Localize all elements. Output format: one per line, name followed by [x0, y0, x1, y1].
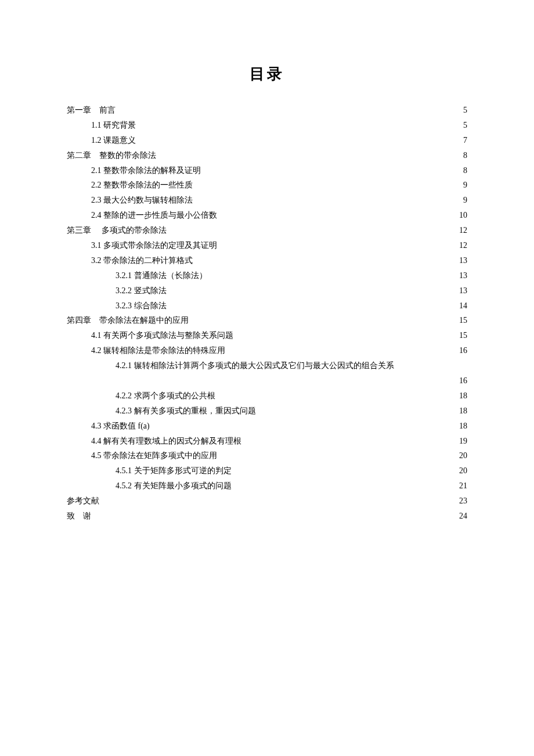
toc-entry-page: 7 — [457, 133, 467, 148]
toc-entry-page: 20 — [457, 463, 467, 478]
toc-entry-label: 4.2.3 解有关多项式的重根，重因式问题 — [116, 404, 256, 419]
toc-entry-page: 13 — [457, 283, 467, 298]
toc-entry-label: 4.2 辗转相除法是带余除法的特殊应用 — [91, 343, 225, 358]
toc-entry-page: 19 — [457, 434, 467, 449]
toc-entry: 第三章 多项式的带余除法12 — [67, 223, 467, 238]
toc-entry-page: 13 — [457, 268, 467, 283]
toc-entry: 4.3 求函数值 f(a)18 — [67, 419, 467, 434]
toc-entry: 1.1 研究背景5 — [67, 118, 467, 133]
toc-entry-label: 3.2 带余除法的二种计算格式 — [91, 253, 193, 268]
toc-entry-page: 13 — [457, 253, 467, 268]
toc-entry: 3.2.1 普通除法（长除法）13 — [67, 268, 467, 283]
toc-entry-page: 9 — [457, 178, 467, 193]
toc-entry-page: 9 — [457, 193, 467, 208]
toc-entry-page: 12 — [457, 223, 467, 238]
toc-entry-page: 8 — [457, 148, 467, 163]
toc-entry-label: 3.1 多项式带余除法的定理及其证明 — [91, 238, 217, 253]
toc-entry-label: 第三章 多项式的带余除法 — [67, 223, 167, 238]
toc-entry: 4.2.1 辗转相除法计算两个多项式的最大公因式及它们与最大公因式的组合关系 — [67, 358, 467, 373]
toc-entry-label: 1.1 研究背景 — [91, 118, 136, 133]
toc-entry: 4.2 辗转相除法是带余除法的特殊应用16 — [67, 343, 467, 358]
toc-entry-page: 16 — [457, 373, 467, 388]
toc-entry: 16 — [67, 373, 467, 388]
toc-entry: 第一章 前言5 — [67, 103, 467, 118]
toc-entry-label: 第四章 带余除法在解题中的应用 — [67, 313, 189, 328]
toc-entry-label: 第一章 前言 — [67, 103, 116, 118]
toc-entry: 4.5.1 关于矩阵多形式可逆的判定20 — [67, 463, 467, 478]
toc-entry-page: 24 — [457, 509, 467, 524]
toc-entry: 1.2 课题意义7 — [67, 133, 467, 148]
toc-entry: 2.3 最大公约数与辗转相除法9 — [67, 193, 467, 208]
toc-entry-label: 4.4 解有关有理数域上的因式分解及有理根 — [91, 434, 241, 449]
toc-entry-page: 14 — [457, 298, 467, 314]
toc-entry-page: 15 — [457, 313, 467, 328]
toc-entry-page: 16 — [457, 343, 467, 358]
toc-entry-label: 2.1 整数带余除法的解释及证明 — [91, 163, 201, 178]
toc-entry: 3.2 带余除法的二种计算格式13 — [67, 253, 467, 268]
toc-entry-label: 4.2.2 求两个多项式的公共根 — [116, 388, 215, 404]
toc-entry: 致 谢24 — [67, 509, 467, 524]
toc-entry-page: 15 — [457, 328, 467, 343]
toc-entry-label: 2.3 最大公约数与辗转相除法 — [91, 193, 193, 208]
toc-entry: 4.1 有关两个多项式除法与整除关系问题15 — [67, 328, 467, 343]
toc-entry-label: 致 谢 — [67, 509, 91, 524]
toc-entry: 4.5 带余除法在矩阵多项式中的应用20 — [67, 448, 467, 463]
toc-entry-page: 5 — [457, 103, 467, 118]
toc-entry-label: 4.1 有关两个多项式除法与整除关系问题 — [91, 328, 233, 343]
toc-entry-label: 3.2.3 综合除法 — [116, 298, 167, 314]
toc-entry-label: 4.5.1 关于矩阵多形式可逆的判定 — [116, 463, 232, 478]
toc-entry-page: 8 — [457, 163, 467, 178]
toc-entry-page: 12 — [457, 238, 467, 253]
toc-entry-label: 4.5 带余除法在矩阵多项式中的应用 — [91, 448, 217, 463]
toc-list: 第一章 前言51.1 研究背景51.2 课题意义7第二章 整数的带余除法82.1… — [67, 103, 467, 524]
toc-entry-page: 23 — [457, 494, 467, 509]
toc-entry-label: 3.2.2 竖式除法 — [116, 283, 167, 298]
toc-entry-label: 4.3 求函数值 f(a) — [91, 419, 150, 434]
toc-entry-label: 4.2.1 辗转相除法计算两个多项式的最大公因式及它们与最大公因式的组合关系 — [116, 358, 394, 373]
toc-entry-page: 18 — [457, 404, 467, 419]
toc-entry-label: 2.4 整除的进一步性质与最小公倍数 — [91, 208, 217, 223]
toc-entry: 4.2.3 解有关多项式的重根，重因式问题18 — [67, 404, 467, 419]
toc-entry-label: 1.2 课题意义 — [91, 133, 136, 148]
toc-entry: 4.2.2 求两个多项式的公共根18 — [67, 388, 467, 404]
toc-entry: 4.4 解有关有理数域上的因式分解及有理根19 — [67, 434, 467, 449]
toc-entry-page: 18 — [457, 419, 467, 434]
toc-entry-label: 第二章 整数的带余除法 — [67, 148, 156, 163]
toc-entry-page: 21 — [457, 478, 467, 494]
toc-entry-label: 3.2.1 普通除法（长除法） — [116, 268, 207, 283]
toc-entry-page: 10 — [457, 208, 467, 223]
toc-entry: 2.2 整数带余除法的一些性质9 — [67, 178, 467, 193]
toc-entry: 参考文献23 — [67, 494, 467, 509]
toc-entry-page: 18 — [457, 388, 467, 404]
toc-entry-label: 参考文献 — [67, 494, 99, 509]
toc-entry-page: 5 — [457, 118, 467, 133]
toc-entry: 3.2.2 竖式除法13 — [67, 283, 467, 298]
toc-entry: 第四章 带余除法在解题中的应用15 — [67, 313, 467, 328]
toc-entry: 3.2.3 综合除法14 — [67, 298, 467, 314]
toc-title: 目录 — [67, 64, 467, 84]
toc-entry-label: 2.2 整数带余除法的一些性质 — [91, 178, 193, 193]
toc-entry: 第二章 整数的带余除法8 — [67, 148, 467, 163]
toc-entry-page: 20 — [457, 448, 467, 463]
toc-entry: 2.4 整除的进一步性质与最小公倍数10 — [67, 208, 467, 223]
toc-entry-label: 4.5.2 有关矩阵最小多项式的问题 — [116, 478, 232, 494]
toc-entry: 3.1 多项式带余除法的定理及其证明12 — [67, 238, 467, 253]
toc-entry: 2.1 整数带余除法的解释及证明8 — [67, 163, 467, 178]
toc-entry: 4.5.2 有关矩阵最小多项式的问题21 — [67, 478, 467, 494]
